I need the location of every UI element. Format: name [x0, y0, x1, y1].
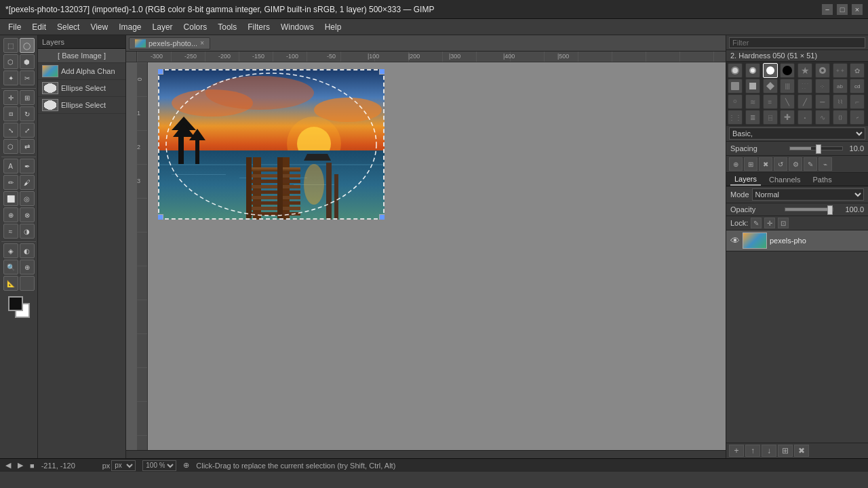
menu-view[interactable]: View	[85, 21, 113, 33]
tool-pencil[interactable]: ✏	[3, 175, 18, 190]
image-tab-1[interactable]: pexels-photo... ×	[129, 37, 210, 49]
canvas-scroll[interactable]	[148, 62, 726, 450]
tool-scale[interactable]: ⤡	[3, 123, 18, 138]
layer-lower-button[interactable]: ↓	[762, 445, 776, 457]
layers-tab-channels[interactable]: Channels	[765, 174, 804, 185]
tool-measure[interactable]: 📐	[3, 276, 18, 291]
tool-fuzzy-select[interactable]: ⬢	[20, 54, 35, 69]
tool-paintbrush[interactable]: 🖌	[20, 175, 35, 190]
tool-blend[interactable]: ◐	[20, 243, 35, 258]
tool-heal[interactable]: ⊗	[20, 207, 35, 222]
tool-eraser[interactable]: ⬜	[3, 191, 18, 206]
brush-line1[interactable]: ╲	[780, 94, 795, 109]
opacity-handle[interactable]	[827, 205, 833, 215]
spacing-slider[interactable]	[789, 146, 843, 150]
lock-pixels[interactable]: ✎	[751, 218, 762, 228]
menu-help[interactable]: Help	[319, 21, 347, 33]
menu-layer[interactable]: Layer	[147, 21, 178, 33]
layers-tab-paths[interactable]: Paths	[809, 174, 836, 185]
menu-tools[interactable]: Tools	[212, 21, 242, 33]
tool-dodge[interactable]: ◑	[20, 224, 35, 239]
brush-circle-hard[interactable]	[763, 63, 778, 78]
brush-star[interactable]: ★	[797, 63, 812, 78]
menu-colors[interactable]: Colors	[178, 21, 213, 33]
brush-texture3[interactable]: ≡	[763, 94, 778, 109]
opacity-slider[interactable]	[785, 207, 833, 211]
brush-texture4[interactable]: ⋮⋮	[728, 110, 743, 125]
zoom-select[interactable]: 100 %	[142, 460, 176, 471]
brush-text2[interactable]: cd	[850, 79, 865, 94]
brush-line3[interactable]: ─	[815, 94, 830, 109]
brush-tool-delete[interactable]: ✖	[759, 157, 772, 171]
brush-diamond[interactable]	[763, 79, 778, 94]
brush-texture6[interactable]: ⌸	[763, 110, 778, 125]
brush-splatter1[interactable]: ✦✦	[833, 63, 848, 78]
tool-select-rect[interactable]: ⬚	[3, 38, 18, 53]
tool-perspective[interactable]: ⬡	[3, 139, 18, 154]
spacing-handle[interactable]	[816, 144, 821, 154]
tool-text[interactable]: A	[3, 159, 18, 174]
statusbar-nav-back[interactable]: ◀	[5, 461, 11, 470]
status-unit-select[interactable]: px	[111, 460, 136, 471]
tool-select-ellipse[interactable]: ◯	[20, 38, 35, 53]
menu-edit[interactable]: Edit	[26, 21, 52, 33]
brush-special2[interactable]: ⌇⌇	[833, 94, 848, 109]
brush-splatter2[interactable]: ✿	[850, 63, 865, 78]
tool-crop[interactable]: ⧈	[3, 106, 18, 121]
close-button[interactable]: ×	[852, 4, 863, 15]
brush-tool-edit[interactable]: ✎	[804, 157, 817, 171]
corner-handle-tl[interactable]	[158, 69, 163, 75]
brush-circle-full[interactable]	[780, 63, 795, 78]
brush-tool-new[interactable]: ⊕	[729, 157, 743, 171]
tool-clone[interactable]: ⊕	[3, 207, 18, 222]
lock-alpha[interactable]: ⊡	[778, 218, 789, 228]
layer-item[interactable]: 👁 pexels-pho	[726, 230, 868, 251]
layer-raise-button[interactable]: ↑	[745, 445, 760, 457]
corner-handle-br[interactable]	[379, 214, 384, 220]
horizontal-scrollbar[interactable]	[126, 450, 726, 458]
tool-paths[interactable]: ✒	[20, 159, 35, 174]
base-image-item[interactable]: [ Base Image ]	[38, 49, 125, 63]
brush-tool-duplicate[interactable]: ⊞	[744, 157, 757, 171]
brush-circle-medium[interactable]	[745, 63, 760, 78]
menu-select[interactable]: Select	[52, 21, 85, 33]
tool-align[interactable]: ⊞	[20, 90, 35, 105]
tool-shear[interactable]: ⤢	[20, 123, 35, 138]
tool-zoom[interactable]: ⊕	[20, 260, 35, 274]
layer-duplicate-button[interactable]: ⊞	[778, 445, 793, 457]
brush-line2[interactable]: ╱	[797, 94, 812, 109]
menu-filters[interactable]: Filters	[242, 21, 275, 33]
brush-texture5[interactable]: ≣	[745, 110, 760, 125]
brush-tool-settings[interactable]: ⚙	[789, 157, 802, 171]
tool-move[interactable]: ✛	[3, 90, 18, 105]
brush-tool-refresh[interactable]: ↺	[774, 157, 787, 171]
tool-smudge[interactable]: ≈	[3, 224, 18, 239]
brush-circle-soft[interactable]	[728, 63, 743, 78]
tool-free-select[interactable]: ⬡	[3, 54, 18, 69]
tool-scissors[interactable]: ✂	[20, 70, 35, 85]
menu-file[interactable]: File	[3, 21, 26, 33]
brush-cross[interactable]: ✚	[780, 110, 795, 125]
left-layer-alpha[interactable]: Add Alpha Chan	[38, 63, 125, 80]
brush-wavy[interactable]: ∿	[815, 110, 830, 125]
brush-scatter1[interactable]: · · ·· ·	[797, 79, 812, 94]
statusbar-nav-forward[interactable]: ▶	[18, 461, 23, 470]
brush-dot[interactable]: ·	[797, 110, 812, 125]
brush-special1[interactable]	[815, 63, 830, 78]
statusbar-nav-stop[interactable]: ■	[30, 462, 35, 470]
brush-texture1[interactable]: ⚬	[728, 94, 743, 109]
tool-rotate[interactable]: ↻	[20, 106, 35, 121]
maximize-button[interactable]: □	[837, 4, 848, 15]
layers-tab-layers[interactable]: Layers	[730, 174, 761, 186]
brush-category-select[interactable]: Basic,	[729, 127, 865, 140]
menu-image[interactable]: Image	[113, 21, 146, 33]
brush-texture2[interactable]: ≋	[745, 94, 760, 109]
brush-special5[interactable]: ⌿	[850, 110, 865, 125]
foreground-color[interactable]	[8, 296, 23, 311]
left-layer-ellipse2[interactable]: Ellipse Select	[38, 97, 125, 114]
brush-square2[interactable]	[745, 79, 760, 94]
layer-eye-icon[interactable]: 👁	[730, 235, 740, 246]
tool-bucket-fill[interactable]: ◈	[3, 243, 18, 258]
brush-square1[interactable]	[728, 79, 743, 94]
brush-special3[interactable]: ⌐	[850, 94, 865, 109]
